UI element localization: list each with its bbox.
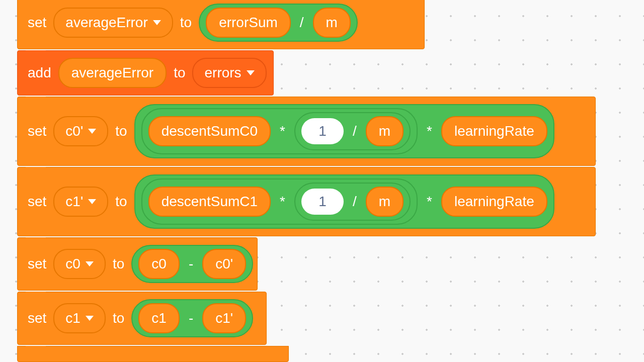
operator-symbol: /: [351, 123, 359, 139]
operator-symbol: /: [351, 194, 359, 210]
var-dropdown-label: c1: [65, 310, 80, 326]
reporter-learningrate[interactable]: learningRate: [441, 187, 547, 217]
subtract-operator[interactable]: c0 - c0': [131, 245, 253, 283]
operator-symbol: *: [278, 123, 287, 139]
reporter-descentsumc1[interactable]: descentSumC1: [148, 187, 271, 217]
keyword-to: to: [180, 15, 192, 31]
keyword-set: set: [28, 15, 46, 31]
reporter-errorsum[interactable]: errorSum: [206, 8, 291, 38]
reporter-c0prime[interactable]: c0': [202, 249, 246, 279]
add-to-list-block[interactable]: add averageError to errors: [17, 50, 274, 96]
keyword-set: set: [28, 256, 46, 272]
set-c0-block[interactable]: set c0 to c0 - c0': [17, 237, 258, 291]
reporter-c1[interactable]: c1: [138, 303, 180, 333]
multiply-operator-outer[interactable]: descentSumC0 * 1 / m * learningRate: [134, 104, 554, 158]
var-dropdown-c0prime[interactable]: c0': [53, 116, 108, 146]
number-input-1[interactable]: 1: [301, 118, 344, 144]
operator-symbol: *: [425, 123, 434, 139]
operator-symbol: -: [187, 256, 195, 272]
blocks-workspace[interactable]: set averageError to errorSum / m add ave…: [0, 0, 644, 362]
keyword-set: set: [28, 194, 46, 210]
var-dropdown-c1[interactable]: c1: [53, 303, 106, 333]
multiply-operator-inner[interactable]: descentSumC1 * 1 / m: [141, 178, 418, 225]
chevron-down-icon: [247, 70, 255, 75]
chevron-down-icon: [86, 261, 94, 266]
var-dropdown-label: averageError: [65, 15, 147, 31]
number-input-1[interactable]: 1: [301, 189, 344, 215]
chevron-down-icon: [86, 316, 94, 321]
divide-operator-inner[interactable]: 1 / m: [294, 112, 411, 150]
divide-operator[interactable]: errorSum / m: [199, 4, 358, 42]
keyword-to: to: [174, 65, 185, 81]
keyword-add: add: [28, 65, 51, 81]
chevron-down-icon: [153, 20, 161, 25]
list-dropdown-label: errors: [204, 65, 241, 81]
operator-symbol: *: [278, 194, 287, 210]
set-averageerror-block[interactable]: set averageError to errorSum / m: [17, 0, 425, 49]
keyword-to: to: [113, 310, 124, 326]
var-dropdown-label: c0': [65, 123, 83, 139]
set-c0prime-block[interactable]: set c0' to descentSumC0 * 1 / m * learni…: [17, 97, 596, 166]
keyword-to: to: [115, 194, 127, 210]
partial-next-block[interactable]: [17, 346, 289, 362]
var-dropdown-label: c0: [65, 256, 80, 272]
reporter-m[interactable]: m: [366, 116, 404, 146]
operator-symbol: /: [298, 15, 306, 31]
multiply-operator-inner[interactable]: descentSumC0 * 1 / m: [141, 108, 418, 154]
list-dropdown-errors[interactable]: errors: [192, 58, 266, 88]
reporter-learningrate[interactable]: learningRate: [441, 116, 547, 146]
keyword-to: to: [113, 256, 124, 272]
var-dropdown-averageerror[interactable]: averageError: [53, 8, 173, 38]
reporter-c0[interactable]: c0: [138, 249, 180, 279]
chevron-down-icon: [88, 199, 96, 204]
block-stack: set averageError to errorSum / m add ave…: [17, 0, 596, 362]
var-dropdown-c1prime[interactable]: c1': [53, 187, 108, 217]
reporter-m[interactable]: m: [313, 8, 351, 38]
divide-operator-inner[interactable]: 1 / m: [294, 183, 411, 221]
multiply-operator-outer[interactable]: descentSumC1 * 1 / m * learningRate: [134, 174, 554, 229]
var-dropdown-c0[interactable]: c0: [53, 249, 106, 279]
reporter-c1prime[interactable]: c1': [202, 303, 246, 333]
chevron-down-icon: [88, 129, 96, 134]
subtract-operator[interactable]: c1 - c1': [131, 299, 253, 337]
reporter-descentsumc0[interactable]: descentSumC0: [148, 116, 271, 146]
reporter-m[interactable]: m: [366, 187, 404, 217]
operator-symbol: *: [425, 194, 434, 210]
set-c1prime-block[interactable]: set c1' to descentSumC1 * 1 / m * learni…: [17, 167, 596, 236]
keyword-to: to: [115, 123, 127, 139]
operator-symbol: -: [187, 310, 195, 326]
keyword-set: set: [28, 310, 46, 326]
set-c1-block[interactable]: set c1 to c1 - c1': [17, 292, 267, 345]
var-dropdown-label: c1': [65, 194, 83, 210]
keyword-set: set: [28, 123, 46, 139]
reporter-averageerror[interactable]: averageError: [58, 58, 167, 88]
